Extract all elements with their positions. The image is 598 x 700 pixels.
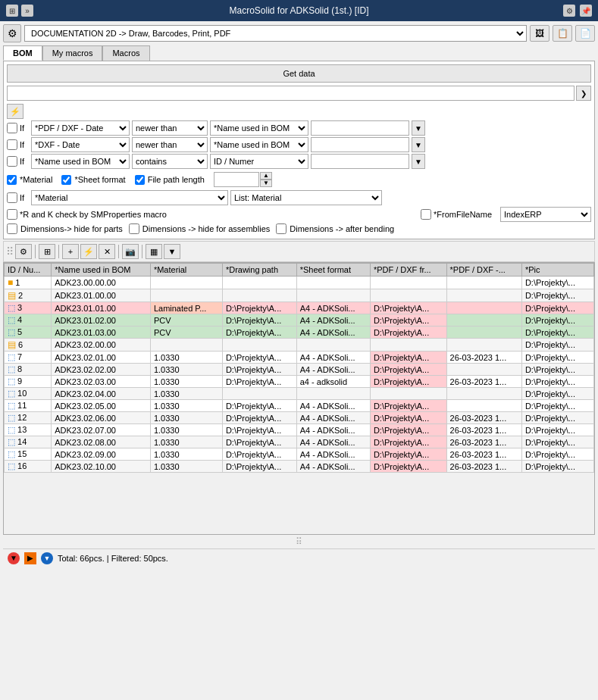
index-erp-dropdown[interactable]: IndexERP xyxy=(500,207,591,222)
condition-3-checkbox[interactable] xyxy=(7,156,17,167)
col-header-sheet[interactable]: *Sheet format xyxy=(296,264,370,277)
condition-1-value[interactable]: 26-03-2023 09:20:00 xyxy=(311,120,409,136)
search-input[interactable] xyxy=(7,86,575,101)
grid-button[interactable]: ⊞ xyxy=(39,244,55,259)
table-row[interactable]: ▤ 6 ADK23.02.00.00 D:\Projekty\... xyxy=(5,339,594,352)
data-table-wrap[interactable]: ID / Nu... *Name used in BOM *Material *… xyxy=(3,262,595,535)
cell-name: ADK23.01.03.00 xyxy=(52,327,151,339)
filter-button[interactable]: ⚡ xyxy=(80,244,97,259)
table-row[interactable]: ⬚ 9 ADK23.02.03.00 1.0330 D:\Projekty\A.… xyxy=(5,376,594,388)
table-row[interactable]: ⬚ 12 ADK23.02.06.00 1.0330 D:\Projekty\A… xyxy=(5,412,594,424)
dim-parts-checkbox[interactable] xyxy=(7,223,17,234)
col-header-id[interactable]: ID / Nu... xyxy=(5,264,52,277)
filter-icon[interactable]: ⚡ xyxy=(7,104,23,119)
collapse-icon[interactable]: ⊞ xyxy=(6,5,18,17)
col-header-pic[interactable]: *Pic xyxy=(521,264,593,277)
condition-1-col2[interactable]: newer than xyxy=(132,120,208,136)
condition-1-calendar-button[interactable]: ▼ xyxy=(412,120,425,136)
cell-pdffrom xyxy=(370,388,446,400)
col-header-material[interactable]: *Material xyxy=(150,264,222,277)
table-row[interactable]: ⬚ 7 ADK23.02.01.00 1.0330 D:\Projekty\A.… xyxy=(5,352,594,364)
sheet-format-checkbox[interactable] xyxy=(61,175,71,185)
condition-3-col3[interactable]: ID / Numer xyxy=(210,154,308,169)
condition-3-calendar-button[interactable]: ▼ xyxy=(412,154,425,169)
camera-button[interactable]: 📷 xyxy=(122,244,139,259)
add-row-button[interactable]: + xyxy=(62,244,79,259)
condition-3-col2[interactable]: contains xyxy=(132,154,208,169)
col-header-name[interactable]: *Name used in BOM xyxy=(52,264,151,277)
condition-2-value[interactable]: 26-03-2023 10:20:00 xyxy=(311,137,409,152)
image-button[interactable]: 🖼 xyxy=(530,25,549,42)
cell-sheetformat xyxy=(296,289,370,302)
table-row[interactable]: ■ 1 ADK23.00.00.00 D:\Projekty\... xyxy=(5,277,594,289)
condition-row-2: If *DXF - Date newer than *Name used in … xyxy=(7,137,591,152)
col-header-pdf-date[interactable]: *PDF / DXF -... xyxy=(446,264,521,277)
cell-name: ADK23.02.03.00 xyxy=(52,376,151,388)
get-data-button[interactable]: Get data xyxy=(7,64,591,83)
material-cond-col1[interactable]: *Material xyxy=(31,190,228,205)
cell-pic: D:\Projekty\... xyxy=(521,436,593,448)
spin-up-button[interactable]: ▲ xyxy=(260,172,272,180)
condition-2-checkbox[interactable] xyxy=(7,139,17,150)
material-cond-checkbox[interactable] xyxy=(7,192,17,203)
table-row[interactable]: ⬚ 11 ADK23.02.05.00 1.0330 D:\Projekty\A… xyxy=(5,400,594,412)
col-header-drawing[interactable]: *Drawing path xyxy=(222,264,296,277)
table-row[interactable]: ⬚ 14 ADK23.02.08.00 1.0330 D:\Projekty\A… xyxy=(5,436,594,448)
condition-1-col3[interactable]: *Name used in BOM xyxy=(210,120,308,136)
table-row[interactable]: ⬚ 13 ADK23.02.07.00 1.0330 D:\Projekty\A… xyxy=(5,424,594,436)
condition-1-col1[interactable]: *PDF / DXF - Date xyxy=(31,120,130,136)
condition-1-checkbox[interactable] xyxy=(7,123,17,133)
file-path-checkbox[interactable] xyxy=(135,175,145,185)
settings-button[interactable]: ⚙ xyxy=(3,24,21,42)
barcode-dropdown[interactable]: ▼ xyxy=(164,244,180,259)
tab-macros[interactable]: Macros xyxy=(102,45,149,61)
cell-pic: D:\Projekty\... xyxy=(521,339,593,352)
table-row[interactable]: ⬚ 15 ADK23.02.09.00 1.0330 D:\Projekty\A… xyxy=(5,448,594,461)
dim-assemblies-checkbox[interactable] xyxy=(129,223,139,234)
condition-2-col2[interactable]: newer than xyxy=(132,137,208,152)
file-path-length-input[interactable]: 255 xyxy=(214,172,259,187)
table-row[interactable]: ⬚ 16 ADK23.02.10.00 1.0330 D:\Projekty\A… xyxy=(5,461,594,473)
col-header-pdf-from[interactable]: *PDF / DXF fr... xyxy=(370,264,446,277)
tab-bom[interactable]: BOM xyxy=(3,45,42,61)
dim-bending-checkbox[interactable] xyxy=(276,223,286,234)
resize-handle[interactable]: ⠿ xyxy=(3,535,595,548)
table-row[interactable]: ⬚ 10 ADK23.02.04.00 1.0330 D:\Projekty\.… xyxy=(5,388,594,400)
from-filename-checkbox[interactable] xyxy=(421,209,431,220)
cell-material xyxy=(150,289,222,302)
gear-icon[interactable]: ⚙ xyxy=(563,5,575,17)
cell-sheetformat: A4 - ADKSoli... xyxy=(296,412,370,424)
condition-2-col3[interactable]: *Name used in BOM xyxy=(210,137,308,152)
macro-dropdown[interactable]: DOCUMENTATION 2D -> Draw, Barcodes, Prin… xyxy=(24,25,527,42)
table-row[interactable]: ⬚ 8 ADK23.02.02.00 1.0330 D:\Projekty\A.… xyxy=(5,364,594,376)
cell-pdffrom: D:\Projekty\A... xyxy=(370,424,446,436)
cell-material: 1.0330 xyxy=(150,424,222,436)
condition-2-col1[interactable]: *DXF - Date xyxy=(31,137,130,152)
cell-material: 1.0330 xyxy=(150,400,222,412)
table-row[interactable]: ▤ 2 ADK23.01.00.00 D:\Projekty\... xyxy=(5,289,594,302)
pin-icon[interactable]: 📌 xyxy=(580,5,592,17)
copy-button[interactable]: 📋 xyxy=(553,25,572,42)
title-bar-actions: ⚙ 📌 xyxy=(563,5,592,17)
barcode-button[interactable]: ▦ xyxy=(146,244,162,259)
separator-3 xyxy=(118,245,119,258)
spin-down-button[interactable]: ▼ xyxy=(260,180,272,187)
material-cond-col2[interactable]: List: Material xyxy=(230,190,382,205)
rk-check-checkbox[interactable] xyxy=(7,209,17,220)
material-checkbox[interactable] xyxy=(7,175,17,185)
material-cond-label: If xyxy=(20,193,29,202)
search-arrow-button[interactable]: ❯ xyxy=(576,86,591,101)
table-row[interactable]: ⬚ 4 ADK23.01.02.00 PCV D:\Projekty\A... … xyxy=(5,314,594,327)
dim-assemblies: Dimensions -> hide for assemblies xyxy=(129,223,270,234)
table-row[interactable]: ⬚ 3 ADK23.01.01.00 Laminated P... D:\Pro… xyxy=(5,302,594,314)
condition-2-calendar-button[interactable]: ▼ xyxy=(412,137,425,152)
table-row[interactable]: ⬚ 5 ADK23.01.03.00 PCV D:\Projekty\A... … xyxy=(5,327,594,339)
expand-icon[interactable]: » xyxy=(21,5,33,17)
cell-material: 1.0330 xyxy=(150,376,222,388)
condition-3-value[interactable]: 26-03-2023 10:25:57 xyxy=(311,154,409,169)
tab-my-macros[interactable]: My macros xyxy=(42,45,103,61)
gear-toolbar-button[interactable]: ⚙ xyxy=(15,244,32,259)
delete-button[interactable]: ✕ xyxy=(99,244,115,259)
condition-3-col1[interactable]: *Name used in BOM xyxy=(31,154,130,169)
doc-button[interactable]: 📄 xyxy=(575,25,595,42)
